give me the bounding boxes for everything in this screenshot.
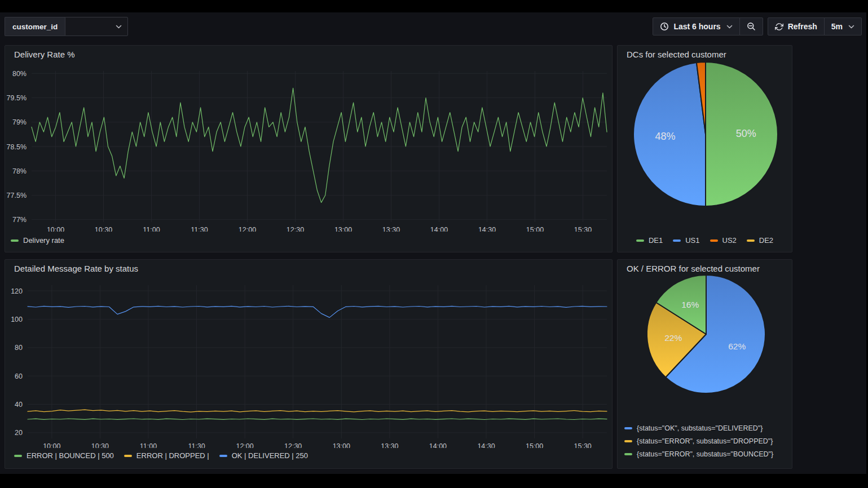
ok-error-pie-chart: 62%22%16% [618,260,792,423]
legend-item[interactable]: ERROR | BOUNCED | 500 [14,451,114,460]
y-tick-label: 20 [15,429,23,437]
toolbar-right: Last 6 hours Refresh 5m [653,17,862,36]
time-controls: Last 6 hours [653,17,763,36]
variable-value-dropdown[interactable] [65,17,128,36]
x-tick-label: 10:30 [95,226,112,232]
magnifier-minus-icon [747,22,756,31]
ok-error-legend: {status="OK", substatus="DELIVERED"}{sta… [624,424,773,458]
series-line [28,419,607,420]
legend-item[interactable]: US1 [673,236,699,245]
legend-swatch [219,455,227,457]
x-tick-label: 10:00 [47,226,64,232]
legend-swatch [636,239,644,242]
refresh-interval-dropdown[interactable]: 5m [824,17,862,36]
x-tick-label: 11:00 [140,442,157,448]
refresh-controls: Refresh 5m [768,17,862,36]
legend-swatch [710,239,718,242]
x-tick-label: 12:30 [284,442,302,448]
y-tick-label: 40 [15,401,23,409]
x-tick-label: 15:00 [526,442,543,448]
x-tick-label: 11:00 [143,226,160,232]
zoom-out-button[interactable] [739,17,763,36]
legend-label: {status="ERROR", substatus="BOUNCED"} [637,450,773,458]
legend-label: US2 [722,236,737,245]
legend-item[interactable]: {status="OK", substatus="DELIVERED"} [624,424,773,432]
panel-delivery-rate: Delivery Rate % 80%79.5%79%78.5%78%77.5%… [5,45,613,252]
pie-percent-label: 16% [681,300,699,309]
delivery-rate-legend: Delivery rate [11,236,606,245]
y-tick-label: 60 [15,372,23,380]
refresh-icon [775,23,783,31]
pie-percent-label: 50% [736,128,756,139]
y-tick-label: 78% [12,167,27,175]
x-tick-label: 13:00 [334,226,352,232]
y-tick-label: 77% [12,216,27,224]
legend-label: ERROR | BOUNCED | 500 [27,451,114,460]
x-tick-label: 10:00 [43,442,60,448]
legend-item[interactable]: US2 [710,236,737,245]
dcs-legend: DE1US1US2DE2 [623,236,786,245]
legend-swatch [673,239,681,242]
legend-item[interactable]: OK | DELIVERED | 250 [219,451,308,460]
x-tick-label: 13:00 [333,442,350,448]
delivery-rate-time-series-chart: 80%79.5%79%78.5%78%77.5%77%10:0010:3011:… [5,46,612,232]
legend-label: {status="ERROR", substatus="DROPPED"} [637,437,773,445]
y-tick-label: 120 [11,287,23,295]
message-rate-time-series-chart: 1201008060402010:0010:3011:0011:3012:001… [5,260,612,448]
legend-label: ERROR | DROPPED | [136,451,209,460]
y-tick-label: 80 [15,344,23,352]
panel-message-rate: Detailed Message Rate by status 12010080… [5,259,613,469]
legend-label: Delivery rate [23,236,64,245]
x-tick-label: 12:00 [239,226,256,232]
time-range-label: Last 6 hours [673,22,720,31]
legend-label: US1 [685,236,699,245]
y-tick-label: 78.5% [7,143,27,151]
panel-ok-error-pie: OK / ERROR for selected customer 62%22%1… [617,259,792,469]
chevron-down-icon [116,25,122,29]
series-line [28,410,607,412]
x-tick-label: 15:30 [574,226,592,232]
dcs-pie-chart: 50%48% [618,46,792,232]
y-tick-label: 79.5% [7,94,27,102]
series-line [28,306,607,317]
legend-item[interactable]: {status="ERROR", substatus="DROPPED"} [624,437,773,445]
clock-icon [660,22,669,31]
refresh-label: Refresh [788,22,817,31]
x-tick-label: 11:30 [188,442,205,448]
chevron-down-icon [726,25,733,29]
x-tick-label: 14:00 [430,226,448,232]
legend-label: DE2 [759,236,773,245]
x-tick-label: 15:00 [526,226,544,232]
x-tick-label: 12:30 [287,226,304,232]
legend-item[interactable]: DE1 [636,236,663,245]
time-range-picker[interactable]: Last 6 hours [653,17,739,36]
x-tick-label: 10:30 [91,442,109,448]
refresh-button[interactable]: Refresh [768,17,825,36]
legend-swatch [124,455,132,457]
legend-item[interactable]: DE2 [747,236,773,245]
legend-item[interactable]: Delivery rate [11,236,64,245]
legend-swatch [747,239,755,242]
variable-label: customer_id [5,17,65,36]
y-tick-label: 77.5% [7,192,27,199]
legend-swatch [624,427,632,429]
dashboard: customer_id Last 6 hours [0,12,866,474]
legend-item[interactable]: ERROR | DROPPED | [124,451,209,460]
pie-percent-label: 22% [664,333,682,343]
panel-dcs-pie: DCs for selected customer 50%48% DE1US1U… [617,45,792,252]
variable-customer-id[interactable]: customer_id [5,17,128,36]
x-tick-label: 13:30 [381,442,398,448]
x-tick-label: 15:30 [574,442,592,448]
y-tick-label: 100 [11,316,23,323]
refresh-interval-value: 5m [831,22,843,31]
series-line [32,88,607,202]
legend-label: DE1 [649,236,663,245]
x-tick-label: 13:30 [382,226,400,232]
legend-label: {status="OK", substatus="DELIVERED"} [637,424,763,432]
y-tick-label: 80% [12,70,27,78]
legend-item[interactable]: {status="ERROR", substatus="BOUNCED"} [624,450,773,458]
x-tick-label: 14:30 [478,226,496,232]
x-tick-label: 11:30 [191,226,208,232]
message-rate-legend: ERROR | BOUNCED | 500ERROR | DROPPED |OK… [14,451,606,460]
pie-percent-label: 62% [728,341,746,351]
